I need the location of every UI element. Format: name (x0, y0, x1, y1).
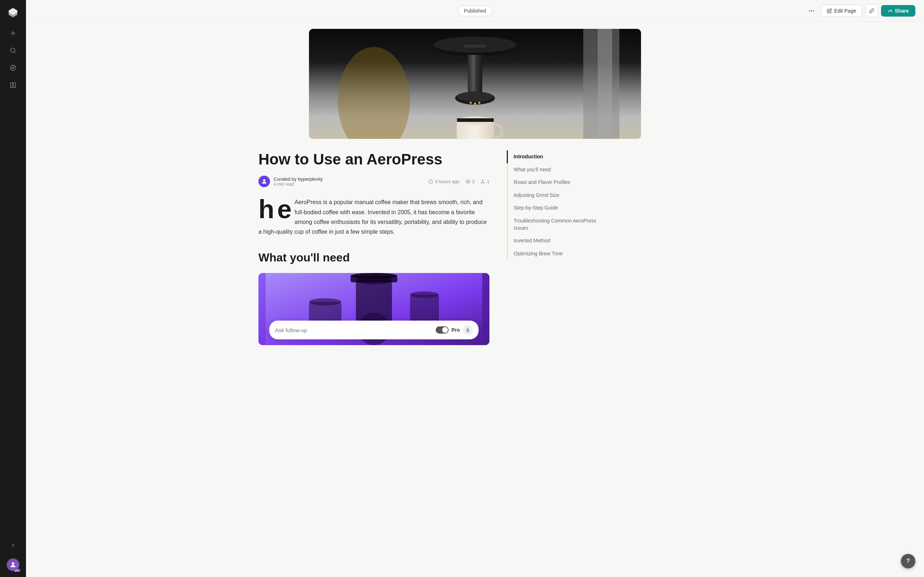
svg-point-34 (481, 182, 481, 183)
discover-button[interactable] (6, 61, 20, 75)
search-button[interactable] (6, 43, 20, 58)
svg-point-24 (478, 102, 480, 104)
mic-button[interactable] (463, 325, 473, 335)
svg-rect-6 (10, 82, 12, 88)
article-layout: How to Use an AeroPress Curated by byper… (258, 139, 691, 345)
edit-icon (827, 8, 832, 13)
svg-point-11 (813, 10, 814, 11)
help-button[interactable]: ? (901, 554, 915, 568)
edit-page-label: Edit Page (834, 8, 856, 14)
svg-point-44 (351, 273, 397, 279)
svg-point-22 (470, 102, 472, 104)
more-button[interactable] (805, 4, 818, 17)
toc-item-brew-time[interactable]: Optimizing Brew Time (508, 247, 608, 260)
svg-point-2 (10, 48, 15, 52)
article-intro: he AeroPress is a popular manual coffee … (258, 197, 489, 237)
pro-toggle[interactable] (436, 326, 449, 334)
main-content: Published Edit Page (26, 0, 924, 577)
sidebar: pro (0, 0, 26, 577)
toggle-knob (442, 327, 448, 333)
content-area: BYPERPLEXITY (26, 22, 924, 577)
svg-rect-7 (14, 82, 16, 88)
topbar: Published Edit Page (26, 0, 924, 22)
svg-point-4 (10, 65, 16, 71)
toc-item-roast-flavor[interactable]: Roast and Flavor Profiles (508, 176, 608, 189)
article-title: How to Use an AeroPress (258, 150, 489, 168)
svg-point-10 (811, 10, 812, 11)
section2-title: What you'll need (258, 251, 489, 264)
author-text: Curated by byperplexity 4 min read (274, 176, 323, 187)
svg-point-50 (309, 298, 341, 305)
svg-point-21 (457, 92, 493, 102)
read-time: 4 min read (274, 182, 323, 187)
add-button[interactable] (6, 26, 20, 40)
svg-line-3 (14, 52, 15, 53)
views-count: 3 (472, 179, 475, 184)
second-image: Pro (258, 273, 489, 345)
library-button[interactable] (6, 78, 20, 92)
sources-meta: 1 (480, 179, 489, 184)
article-meta: 3 hours ago 3 (428, 179, 489, 184)
svg-point-25 (474, 108, 476, 112)
eye-icon (465, 179, 470, 184)
toc-item-what-youll-need[interactable]: What you'll need (508, 163, 608, 176)
svg-rect-29 (457, 118, 494, 122)
follow-up-actions: Pro (436, 325, 473, 335)
edit-page-button[interactable]: Edit Page (821, 5, 862, 17)
svg-line-38 (483, 182, 484, 182)
svg-point-9 (809, 10, 810, 11)
time-meta: 3 hours ago (428, 179, 460, 184)
fork-icon (480, 179, 485, 184)
toc-item-step-guide[interactable]: Step-by-Step Guide (508, 201, 608, 214)
follow-up-input[interactable] (275, 327, 436, 333)
article-main: How to Use an AeroPress Curated by byper… (258, 150, 489, 345)
svg-point-32 (467, 181, 468, 182)
share-icon (888, 8, 893, 13)
svg-marker-5 (12, 67, 14, 69)
topbar-actions: Edit Page Share (805, 4, 915, 17)
article-sidebar: Introduction What you'll need Roast and … (507, 150, 608, 345)
svg-rect-18 (464, 45, 486, 48)
avatar-container[interactable]: pro (6, 558, 19, 571)
app-logo[interactable] (6, 6, 20, 20)
pro-label: Pro (452, 327, 460, 333)
toc-item-grind-size[interactable]: Adjusting Grind Size (508, 189, 608, 202)
toc-item-troubleshooting[interactable]: Troubleshooting Common AeroPress Issues (508, 214, 608, 234)
share-button[interactable]: Share (881, 5, 915, 16)
svg-point-8 (12, 562, 15, 565)
views-meta: 3 (465, 179, 475, 184)
author-info: Curated by byperplexity 4 min read (258, 176, 323, 187)
table-of-contents: Introduction What you'll need Roast and … (507, 150, 608, 260)
collapse-button[interactable] (6, 538, 20, 553)
svg-point-52 (410, 292, 439, 298)
topbar-center: Published (458, 5, 492, 16)
author-avatar (258, 176, 270, 187)
follow-up-bar: Pro (269, 321, 478, 339)
mic-icon (465, 328, 470, 332)
svg-point-23 (474, 102, 476, 105)
hero-image (309, 29, 641, 139)
time-ago: 3 hours ago (435, 179, 460, 184)
clock-icon (428, 179, 433, 184)
svg-point-30 (263, 179, 265, 181)
link-icon (869, 8, 874, 13)
pro-badge: pro (14, 569, 20, 572)
toc-item-introduction[interactable]: Introduction (507, 150, 608, 163)
share-label: Share (895, 8, 909, 14)
author-name: Curated by byperplexity (274, 176, 323, 182)
svg-point-35 (484, 182, 485, 183)
svg-point-33 (482, 180, 483, 181)
link-button[interactable] (865, 4, 878, 17)
author-row: Curated by byperplexity 4 min read 3 hou… (258, 176, 489, 187)
sources-count: 1 (487, 179, 489, 184)
toc-item-inverted[interactable]: Inverted Method (508, 234, 608, 247)
svg-line-37 (481, 182, 483, 182)
content-wrapper: BYPERPLEXITY (222, 22, 728, 577)
svg-rect-15 (598, 29, 612, 139)
published-badge: Published (458, 5, 492, 16)
